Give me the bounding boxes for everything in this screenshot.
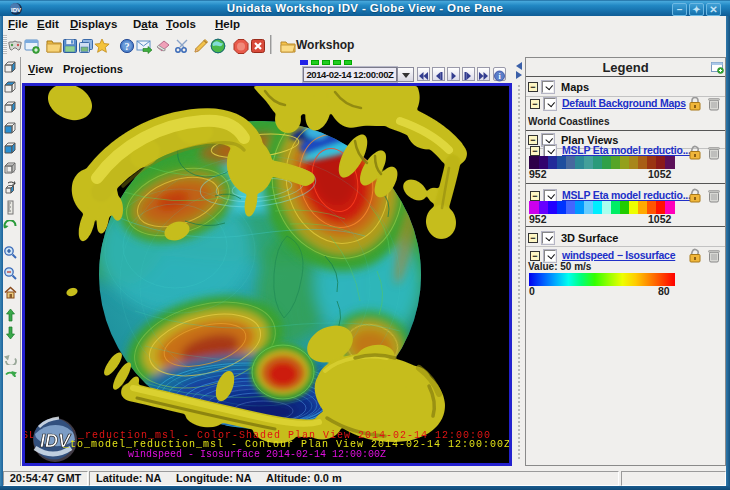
svg-text:IDV: IDV	[11, 7, 21, 13]
svg-text:windspeed - Isosurface 2014-02: windspeed - Isosurface 2014-02-14 12:00:…	[128, 449, 386, 460]
svg-text:?: ?	[125, 41, 130, 52]
